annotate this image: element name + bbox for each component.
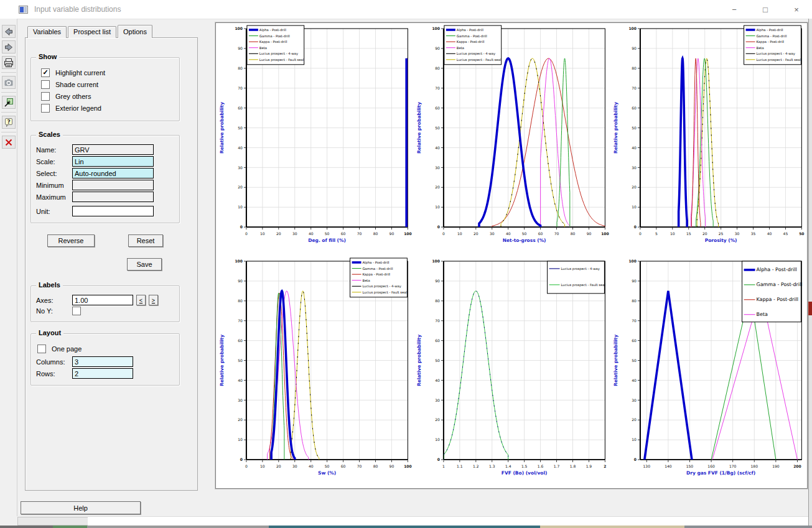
- select-field[interactable]: [72, 168, 154, 178]
- svg-text:1: 1: [442, 464, 445, 468]
- tab-prospect-list[interactable]: Prospect list: [68, 26, 116, 38]
- axes-field[interactable]: [72, 295, 133, 305]
- grey-others-checkbox[interactable]: [41, 92, 50, 101]
- name-field[interactable]: [72, 144, 154, 155]
- reset-button[interactable]: Reset: [128, 234, 163, 247]
- axes-decrease-button[interactable]: <: [136, 295, 146, 305]
- help-tool-button[interactable]: ?: [2, 116, 16, 129]
- svg-text:60: 60: [632, 106, 637, 110]
- snapshot-button[interactable]: [2, 76, 16, 89]
- shade-current-label: Shade current: [55, 81, 98, 88]
- tab-options[interactable]: Options: [118, 25, 152, 38]
- svg-text:70: 70: [632, 86, 637, 90]
- columns-field[interactable]: [72, 356, 133, 367]
- chart-dry-gas-fvf: 0102030405060708090100130140150160170180…: [610, 256, 807, 488]
- unit-label: Unit:: [36, 208, 72, 215]
- svg-text:100: 100: [629, 259, 637, 263]
- svg-text:30: 30: [435, 398, 440, 402]
- svg-text:70: 70: [238, 318, 243, 323]
- svg-text:90: 90: [632, 279, 637, 283]
- rows-label: Rows:: [36, 370, 72, 377]
- svg-text:20: 20: [276, 231, 281, 236]
- svg-text:Kappa - Post-drill: Kappa - Post-drill: [757, 297, 798, 302]
- svg-text:30: 30: [490, 231, 495, 236]
- svg-text:80: 80: [373, 464, 378, 468]
- svg-text:Lucius prospect - Fault seal: Lucius prospect - Fault seal: [259, 58, 304, 62]
- app-icon: [19, 6, 28, 14]
- svg-text:20: 20: [435, 185, 440, 189]
- forward-arrow-icon: [4, 42, 14, 52]
- forward-button[interactable]: [2, 40, 16, 53]
- svg-text:1.3: 1.3: [489, 464, 495, 468]
- tab-variables[interactable]: Variables: [27, 26, 67, 38]
- svg-text:1.5: 1.5: [521, 464, 528, 468]
- print-button[interactable]: [2, 56, 16, 69]
- svg-text:Alpha - Post-drill: Alpha - Post-drill: [259, 28, 286, 32]
- export-button[interactable]: [2, 96, 16, 109]
- svg-text:30: 30: [238, 398, 243, 402]
- scale-row: Scale:: [36, 156, 174, 167]
- svg-text:10: 10: [632, 437, 637, 442]
- svg-text:30: 30: [735, 231, 740, 236]
- svg-text:Sw (%): Sw (%): [318, 470, 336, 476]
- svg-text:Gamma - Post-drill: Gamma - Post-drill: [757, 34, 787, 38]
- svg-text:80: 80: [570, 231, 575, 236]
- svg-text:50: 50: [521, 231, 526, 236]
- svg-text:50: 50: [632, 358, 637, 363]
- shade-current-checkbox[interactable]: [41, 80, 50, 89]
- svg-text:1.8: 1.8: [569, 464, 576, 468]
- svg-text:50: 50: [435, 126, 440, 130]
- one-page-checkbox[interactable]: [37, 345, 46, 353]
- svg-text:100: 100: [235, 26, 242, 30]
- maximize-button[interactable]: □: [750, 0, 781, 19]
- svg-text:1.9: 1.9: [586, 464, 592, 468]
- chart-sw: 0102030405060708090100010203040506070809…: [216, 256, 413, 488]
- minimum-field[interactable]: [72, 180, 154, 190]
- show-group: Show Highlight current Shade current Gre…: [30, 57, 180, 121]
- svg-text:80: 80: [632, 299, 637, 303]
- desktop-sliver: [0, 526, 812, 528]
- chart-fvf-bo: 010203040506070809010011.11.21.31.41.51.…: [413, 256, 610, 488]
- svg-text:Kappa - Post-drill: Kappa - Post-drill: [457, 40, 485, 44]
- svg-text:?: ?: [7, 118, 10, 124]
- svg-text:200: 200: [794, 464, 801, 468]
- highlight-current-checkbox[interactable]: [41, 68, 50, 77]
- svg-text:Relative probability: Relative probability: [219, 335, 225, 386]
- axes-increase-button[interactable]: >: [149, 295, 158, 305]
- noy-checkbox[interactable]: [72, 307, 81, 315]
- svg-text:Lucius prospect - Fault seal: Lucius prospect - Fault seal: [757, 58, 801, 62]
- labels-group-title: Labels: [36, 281, 63, 289]
- svg-text:40: 40: [435, 146, 440, 150]
- svg-text:Lucius prospect - 4-way: Lucius prospect - 4-way: [363, 284, 401, 289]
- close-tool-button[interactable]: [2, 136, 16, 149]
- exterior-legend-checkbox[interactable]: [41, 104, 50, 113]
- save-button[interactable]: Save: [127, 258, 162, 271]
- reverse-button[interactable]: Reverse: [47, 234, 95, 247]
- svg-text:Porosity (%): Porosity (%): [705, 238, 737, 243]
- noy-label: No Y:: [36, 307, 72, 315]
- svg-text:Dry gas FVF (1/Bg) (scf/cf): Dry gas FVF (1/Bg) (scf/cf): [686, 470, 755, 476]
- svg-text:Relative probability: Relative probability: [416, 102, 422, 154]
- svg-text:Lucius prospect - Fault seal: Lucius prospect - Fault seal: [457, 58, 501, 62]
- svg-text:50: 50: [325, 231, 330, 236]
- scale-field[interactable]: [72, 156, 154, 167]
- svg-text:100: 100: [601, 231, 609, 236]
- svg-text:Relative probability: Relative probability: [219, 102, 225, 154]
- close-button[interactable]: ×: [781, 0, 812, 19]
- svg-text:20: 20: [238, 185, 243, 189]
- back-button[interactable]: [2, 25, 16, 38]
- svg-text:60: 60: [435, 106, 440, 110]
- svg-text:40: 40: [309, 231, 314, 236]
- svg-text:Relative probability: Relative probability: [613, 335, 618, 386]
- svg-text:45: 45: [783, 231, 788, 236]
- svg-text:90: 90: [435, 46, 440, 50]
- maximum-field[interactable]: [72, 192, 154, 202]
- help-button[interactable]: Help: [21, 501, 141, 514]
- svg-text:2: 2: [604, 464, 606, 468]
- unit-field[interactable]: [72, 206, 154, 216]
- minimize-button[interactable]: −: [719, 0, 750, 19]
- noy-row: No Y:: [36, 307, 174, 315]
- exterior-legend-row: Exterior legend: [41, 104, 174, 113]
- rows-field[interactable]: [72, 368, 133, 379]
- svg-text:40: 40: [632, 146, 637, 150]
